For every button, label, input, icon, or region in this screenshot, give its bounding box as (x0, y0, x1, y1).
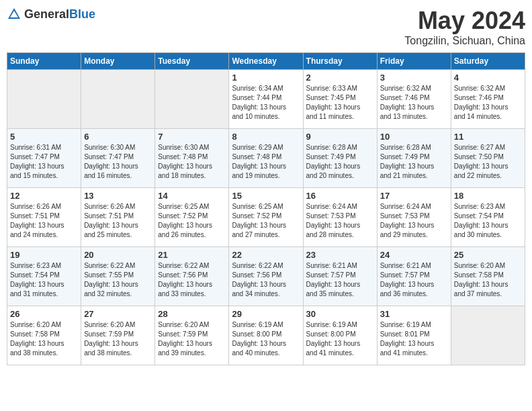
weekday-header-thursday: Thursday (303, 53, 377, 70)
calendar-cell: 23Sunrise: 6:21 AMSunset: 7:57 PMDayligh… (303, 247, 377, 306)
cell-info: Sunrise: 6:30 AMSunset: 7:47 PMDaylight:… (84, 143, 152, 181)
calendar-cell: 21Sunrise: 6:22 AMSunset: 7:56 PMDayligh… (155, 247, 229, 306)
calendar-cell: 6Sunrise: 6:30 AMSunset: 7:47 PMDaylight… (81, 129, 155, 188)
cell-info: Sunrise: 6:26 AMSunset: 7:51 PMDaylight:… (10, 202, 78, 240)
day-number: 27 (84, 309, 152, 319)
logo-text: GeneralBlue (24, 7, 95, 21)
location-title: Tongzilin, Sichuan, China (404, 35, 525, 47)
week-row-5: 26Sunrise: 6:20 AMSunset: 7:58 PMDayligh… (7, 306, 525, 365)
cell-info: Sunrise: 6:20 AMSunset: 7:59 PMDaylight:… (84, 320, 152, 358)
calendar-cell: 7Sunrise: 6:30 AMSunset: 7:48 PMDaylight… (155, 129, 229, 188)
day-number: 28 (158, 309, 226, 319)
weekday-header-tuesday: Tuesday (155, 53, 229, 70)
week-row-4: 19Sunrise: 6:23 AMSunset: 7:54 PMDayligh… (7, 247, 525, 306)
calendar-body: 1Sunrise: 6:34 AMSunset: 7:44 PMDaylight… (7, 70, 525, 365)
day-number: 29 (232, 309, 300, 319)
day-number: 31 (380, 309, 448, 319)
day-number: 20 (84, 250, 152, 260)
day-number: 4 (454, 73, 522, 83)
cell-info: Sunrise: 6:23 AMSunset: 7:54 PMDaylight:… (454, 202, 522, 240)
logo: GeneralBlue (7, 7, 95, 21)
day-number: 5 (10, 132, 78, 142)
day-number: 22 (232, 250, 300, 260)
cell-info: Sunrise: 6:32 AMSunset: 7:46 PMDaylight:… (454, 84, 522, 122)
cell-info: Sunrise: 6:20 AMSunset: 7:58 PMDaylight:… (10, 320, 78, 358)
cell-info: Sunrise: 6:21 AMSunset: 7:57 PMDaylight:… (380, 261, 448, 299)
calendar-cell: 12Sunrise: 6:26 AMSunset: 7:51 PMDayligh… (7, 188, 81, 247)
cell-info: Sunrise: 6:20 AMSunset: 7:59 PMDaylight:… (158, 320, 226, 358)
cell-info: Sunrise: 6:20 AMSunset: 7:58 PMDaylight:… (454, 261, 522, 299)
calendar-cell: 4Sunrise: 6:32 AMSunset: 7:46 PMDaylight… (451, 70, 525, 129)
day-number: 17 (380, 191, 448, 201)
day-number: 15 (232, 191, 300, 201)
weekday-header-wednesday: Wednesday (229, 53, 303, 70)
weekday-header-saturday: Saturday (451, 53, 525, 70)
calendar-cell: 1Sunrise: 6:34 AMSunset: 7:44 PMDaylight… (229, 70, 303, 129)
logo-icon (7, 7, 21, 21)
weekday-header-monday: Monday (81, 53, 155, 70)
calendar-cell: 19Sunrise: 6:23 AMSunset: 7:54 PMDayligh… (7, 247, 81, 306)
calendar-cell: 13Sunrise: 6:26 AMSunset: 7:51 PMDayligh… (81, 188, 155, 247)
calendar-header: SundayMondayTuesdayWednesdayThursdayFrid… (7, 53, 525, 70)
cell-info: Sunrise: 6:19 AMSunset: 8:01 PMDaylight:… (380, 320, 448, 358)
logo-general: General (24, 7, 69, 21)
day-number: 23 (306, 250, 374, 260)
day-number: 18 (454, 191, 522, 201)
calendar-cell: 28Sunrise: 6:20 AMSunset: 7:59 PMDayligh… (155, 306, 229, 365)
calendar-cell (451, 306, 525, 365)
cell-info: Sunrise: 6:30 AMSunset: 7:48 PMDaylight:… (158, 143, 226, 181)
cell-info: Sunrise: 6:31 AMSunset: 7:47 PMDaylight:… (10, 143, 78, 181)
calendar-cell: 24Sunrise: 6:21 AMSunset: 7:57 PMDayligh… (377, 247, 451, 306)
calendar-cell: 5Sunrise: 6:31 AMSunset: 7:47 PMDaylight… (7, 129, 81, 188)
day-number: 14 (158, 191, 226, 201)
calendar-cell: 29Sunrise: 6:19 AMSunset: 8:00 PMDayligh… (229, 306, 303, 365)
day-number: 13 (84, 191, 152, 201)
calendar-cell: 11Sunrise: 6:27 AMSunset: 7:50 PMDayligh… (451, 129, 525, 188)
logo-blue: Blue (69, 7, 95, 21)
calendar-cell: 8Sunrise: 6:29 AMSunset: 7:48 PMDaylight… (229, 129, 303, 188)
day-number: 30 (306, 309, 374, 319)
day-number: 1 (232, 73, 300, 83)
calendar-cell: 15Sunrise: 6:25 AMSunset: 7:52 PMDayligh… (229, 188, 303, 247)
calendar-cell: 27Sunrise: 6:20 AMSunset: 7:59 PMDayligh… (81, 306, 155, 365)
week-row-2: 5Sunrise: 6:31 AMSunset: 7:47 PMDaylight… (7, 129, 525, 188)
cell-info: Sunrise: 6:26 AMSunset: 7:51 PMDaylight:… (84, 202, 152, 240)
day-number: 7 (158, 132, 226, 142)
cell-info: Sunrise: 6:25 AMSunset: 7:52 PMDaylight:… (158, 202, 226, 240)
calendar-cell: 20Sunrise: 6:22 AMSunset: 7:55 PMDayligh… (81, 247, 155, 306)
cell-info: Sunrise: 6:24 AMSunset: 7:53 PMDaylight:… (380, 202, 448, 240)
calendar-cell: 16Sunrise: 6:24 AMSunset: 7:53 PMDayligh… (303, 188, 377, 247)
calendar-cell: 2Sunrise: 6:33 AMSunset: 7:45 PMDaylight… (303, 70, 377, 129)
day-number: 3 (380, 73, 448, 83)
header: GeneralBlue May 2024 Tongzilin, Sichuan,… (7, 7, 525, 47)
day-number: 8 (232, 132, 300, 142)
cell-info: Sunrise: 6:21 AMSunset: 7:57 PMDaylight:… (306, 261, 374, 299)
weekday-row: SundayMondayTuesdayWednesdayThursdayFrid… (7, 53, 525, 70)
cell-info: Sunrise: 6:25 AMSunset: 7:52 PMDaylight:… (232, 202, 300, 240)
calendar-cell: 22Sunrise: 6:22 AMSunset: 7:56 PMDayligh… (229, 247, 303, 306)
day-number: 10 (380, 132, 448, 142)
calendar-cell (155, 70, 229, 129)
cell-info: Sunrise: 6:34 AMSunset: 7:44 PMDaylight:… (232, 84, 300, 122)
day-number: 9 (306, 132, 374, 142)
day-number: 25 (454, 250, 522, 260)
cell-info: Sunrise: 6:24 AMSunset: 7:53 PMDaylight:… (306, 202, 374, 240)
calendar-cell (7, 70, 81, 129)
cell-info: Sunrise: 6:23 AMSunset: 7:54 PMDaylight:… (10, 261, 78, 299)
calendar-cell: 25Sunrise: 6:20 AMSunset: 7:58 PMDayligh… (451, 247, 525, 306)
calendar-cell: 26Sunrise: 6:20 AMSunset: 7:58 PMDayligh… (7, 306, 81, 365)
calendar-cell: 3Sunrise: 6:32 AMSunset: 7:46 PMDaylight… (377, 70, 451, 129)
day-number: 11 (454, 132, 522, 142)
day-number: 2 (306, 73, 374, 83)
day-number: 12 (10, 191, 78, 201)
calendar-cell: 10Sunrise: 6:28 AMSunset: 7:49 PMDayligh… (377, 129, 451, 188)
cell-info: Sunrise: 6:32 AMSunset: 7:46 PMDaylight:… (380, 84, 448, 122)
cell-info: Sunrise: 6:28 AMSunset: 7:49 PMDaylight:… (306, 143, 374, 181)
calendar-cell: 31Sunrise: 6:19 AMSunset: 8:01 PMDayligh… (377, 306, 451, 365)
weekday-header-friday: Friday (377, 53, 451, 70)
day-number: 19 (10, 250, 78, 260)
day-number: 24 (380, 250, 448, 260)
cell-info: Sunrise: 6:22 AMSunset: 7:55 PMDaylight:… (84, 261, 152, 299)
calendar-cell: 9Sunrise: 6:28 AMSunset: 7:49 PMDaylight… (303, 129, 377, 188)
calendar-cell (81, 70, 155, 129)
